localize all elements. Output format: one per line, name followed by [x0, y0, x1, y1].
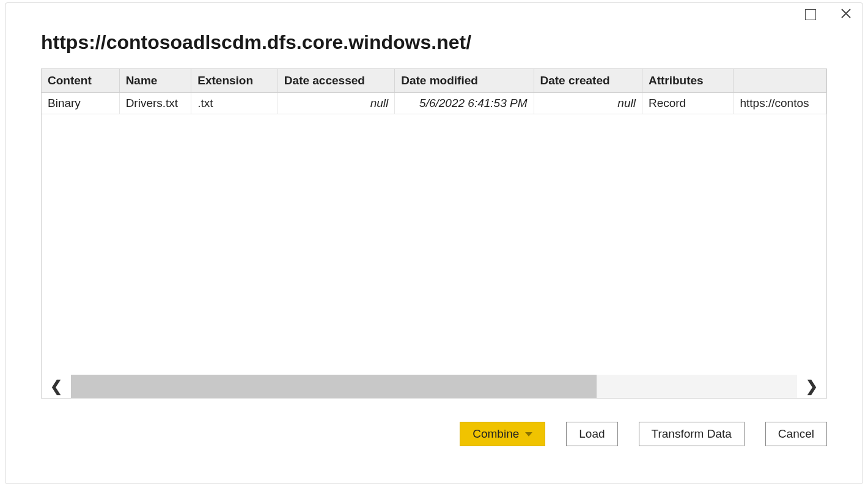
scroll-left-icon[interactable]: ❮ [42, 375, 71, 398]
cancel-label: Cancel [778, 427, 814, 441]
scroll-track[interactable] [597, 375, 797, 398]
cell-attributes: Record [642, 93, 734, 114]
scroll-right-icon[interactable]: ❯ [797, 375, 826, 398]
scroll-thumb[interactable] [71, 375, 597, 398]
column-header-name[interactable]: Name [120, 69, 192, 92]
chevron-down-icon [525, 432, 532, 436]
transform-data-button[interactable]: Transform Data [639, 422, 745, 446]
column-header-modified[interactable]: Date modified [395, 69, 534, 92]
column-header-attributes[interactable]: Attributes [642, 69, 734, 92]
cell-folderpath: https://contos [734, 93, 826, 114]
grid-header-row: Content Name Extension Date accessed Dat… [42, 69, 826, 93]
cell-name: Drivers.txt [120, 93, 192, 114]
maximize-icon[interactable] [805, 9, 816, 20]
navigator-dialog: https://contosoadlscdm.dfs.core.windows.… [5, 2, 863, 484]
cell-extension: .txt [191, 93, 278, 114]
data-grid: Content Name Extension Date accessed Dat… [41, 68, 827, 399]
combine-button[interactable]: Combine [460, 422, 545, 446]
load-button[interactable]: Load [566, 422, 617, 446]
cancel-button[interactable]: Cancel [765, 422, 827, 446]
column-header-folderpath[interactable] [734, 69, 826, 92]
cell-modified: 5/6/2022 6:41:53 PM [395, 93, 534, 114]
cell-content: Binary [42, 93, 120, 114]
grid-body: Binary Drivers.txt .txt null 5/6/2022 6:… [42, 93, 826, 375]
transform-label: Transform Data [652, 427, 732, 441]
column-header-accessed[interactable]: Date accessed [278, 69, 395, 92]
page-title: https://contosoadlscdm.dfs.core.windows.… [41, 31, 827, 54]
table-row[interactable]: Binary Drivers.txt .txt null 5/6/2022 6:… [42, 93, 826, 114]
cell-accessed: null [278, 93, 395, 114]
load-label: Load [579, 427, 605, 441]
dialog-content: https://contosoadlscdm.dfs.core.windows.… [6, 26, 862, 483]
close-icon[interactable] [840, 8, 851, 21]
combine-label: Combine [473, 427, 519, 441]
titlebar [6, 3, 862, 26]
column-header-extension[interactable]: Extension [191, 69, 278, 92]
column-header-created[interactable]: Date created [534, 69, 642, 92]
cell-created: null [534, 93, 642, 114]
horizontal-scrollbar[interactable]: ❮ ❯ [42, 375, 826, 398]
column-header-content[interactable]: Content [42, 69, 120, 92]
dialog-footer: Combine Load Transform Data Cancel [41, 422, 827, 446]
